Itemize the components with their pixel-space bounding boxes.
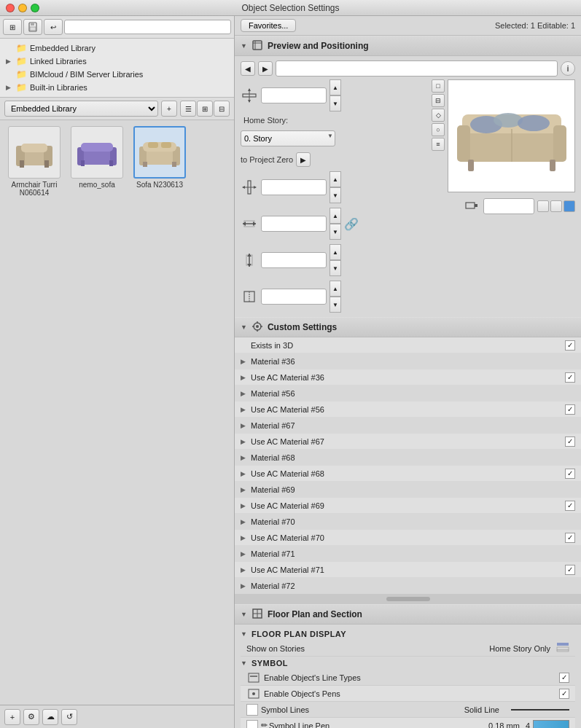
x-step-up[interactable]: ▲ — [330, 79, 341, 95]
mirror-y-check[interactable] — [550, 200, 562, 212]
titlebar-buttons — [6, 4, 39, 12]
x-step-down[interactable]: ▼ — [330, 95, 341, 111]
cloud-button[interactable]: ☁ — [42, 709, 58, 725]
pen-color-swatch[interactable] — [533, 720, 569, 729]
tree-item-builtin[interactable]: ▶ 📁 Built-in Libraries — [0, 81, 234, 94]
height-step-up[interactable]: ▲ — [330, 281, 341, 297]
width-step-down[interactable]: ▼ — [330, 224, 341, 240]
floor-plan-section-title: Floor Plan and Section — [268, 609, 362, 619]
expand-icon-mat68[interactable]: ▶ — [241, 454, 251, 461]
settings-name-acmat56: Use AC Material #56 — [251, 405, 565, 414]
symbol-line-pen-checkbox[interactable] — [246, 720, 258, 729]
enable-pens-check[interactable]: ✓ — [559, 689, 569, 699]
settings-check-acmat70[interactable]: ✓ — [565, 533, 575, 543]
expand-icon-mat56[interactable]: ▶ — [241, 390, 251, 397]
expand-icon-acmat68[interactable]: ▶ — [241, 470, 251, 477]
expand-icon-acmat67[interactable]: ▶ — [241, 438, 251, 445]
z-step-down[interactable]: ▼ — [330, 187, 341, 203]
symbol-lines-checkbox[interactable] — [246, 704, 258, 716]
view-btn-back[interactable]: ≡ — [432, 138, 445, 151]
expand-icon-mat72[interactable]: ▶ — [241, 582, 251, 590]
symbol-line-pen-row: ✏ Symbol Line Pen 0.18 mm 4 — [241, 718, 575, 728]
floor-plan-display-header[interactable]: ▼ FLOOR PLAN DISPLAY — [241, 627, 575, 641]
list-view-button[interactable]: ☰ — [180, 101, 196, 117]
z-input[interactable]: -23 — [261, 179, 327, 195]
view-btn-side[interactable]: ○ — [432, 123, 445, 136]
height-step-down[interactable]: ▼ — [330, 297, 341, 313]
large-grid-button[interactable]: ⊟ — [214, 101, 230, 117]
info-button[interactable]: i — [561, 61, 575, 76]
grid-view-button[interactable]: ⊞ — [197, 101, 213, 117]
x-input[interactable]: -23 — [261, 87, 327, 103]
width-step-up[interactable]: ▲ — [330, 208, 341, 224]
library-dropdown[interactable]: Embedded Library — [4, 101, 158, 117]
height-icon — [241, 288, 258, 305]
settings-check[interactable]: ✓ — [565, 340, 575, 351]
height-input[interactable]: 900 — [261, 289, 327, 305]
minimize-button[interactable] — [18, 4, 27, 12]
view-btn-3d[interactable]: ◇ — [432, 109, 445, 122]
expand-icon-mat36[interactable]: ▶ — [241, 358, 251, 365]
expand-icon-acmat69[interactable]: ▶ — [241, 502, 251, 509]
settings-button[interactable]: ⚙ — [23, 709, 39, 725]
mirror-z-check[interactable] — [564, 200, 575, 212]
expand-icon-acmat71[interactable]: ▶ — [241, 566, 251, 574]
maximize-button[interactable] — [31, 4, 39, 12]
right-topbar: Favorites... Selected: 1 Editable: 1 — [235, 16, 581, 36]
expand-icon-mat70[interactable]: ▶ — [241, 518, 251, 525]
settings-check-acmat36[interactable]: ✓ — [565, 372, 575, 383]
enable-line-types-check[interactable]: ✓ — [559, 673, 569, 683]
expand-icon-mat69[interactable]: ▶ — [241, 486, 251, 493]
refresh-button[interactable]: ↺ — [61, 709, 77, 725]
expand-icon-acmat56[interactable]: ▶ — [241, 406, 251, 413]
settings-check-acmat56[interactable]: ✓ — [565, 404, 575, 415]
depth-step-up[interactable]: ▲ — [330, 244, 341, 260]
home-story-label: Home Story: — [243, 116, 288, 125]
view-btn-top[interactable]: □ — [432, 79, 445, 93]
rotation-row: 272.09° — [464, 195, 575, 217]
add-library-button[interactable]: + — [161, 101, 177, 117]
expand-icon-mat71[interactable]: ▶ — [241, 550, 251, 557]
scroll-bar[interactable] — [386, 597, 430, 601]
expand-icon-acmat70[interactable]: ▶ — [241, 534, 251, 541]
settings-check-acmat69[interactable]: ✓ — [565, 501, 575, 511]
search-input[interactable] — [64, 20, 231, 34]
stories-settings-icon[interactable] — [556, 642, 569, 654]
z-step-up[interactable]: ▲ — [330, 171, 341, 187]
symbol-header[interactable]: ▼ SYMBOL — [241, 657, 575, 670]
close-button[interactable] — [6, 4, 15, 12]
favorites-button[interactable]: Favorites... — [241, 19, 296, 32]
custom-settings-section-header[interactable]: ▼ Custom Settings — [235, 317, 581, 337]
floor-plan-section-header[interactable]: ▼ Floor Plan and Section — [235, 604, 581, 625]
depth-input[interactable]: 754 — [261, 252, 327, 268]
settings-check-acmat67[interactable]: ✓ — [565, 437, 575, 447]
home-story-select[interactable]: 0. Story — [241, 130, 335, 146]
settings-check-acmat71[interactable]: ✓ — [565, 565, 575, 575]
tree-arrow-builtin: ▶ — [6, 84, 13, 91]
settings-name: Exists in 3D — [251, 341, 565, 350]
tree-item-embedded[interactable]: 📁 Embedded Library — [0, 42, 234, 55]
next-button[interactable]: ▶ — [258, 61, 273, 76]
grid-button[interactable]: ⊞ — [3, 19, 22, 35]
width-input[interactable]: 2047 — [261, 216, 327, 232]
view-btn-front[interactable]: ⊟ — [432, 94, 445, 107]
add-button[interactable]: + — [4, 709, 20, 725]
settings-check-acmat68[interactable]: ✓ — [565, 469, 575, 479]
object-sofa-n230613[interactable]: Sofa N230613 — [131, 126, 188, 197]
depth-step-down[interactable]: ▼ — [330, 260, 341, 276]
tree-item-bimcloud[interactable]: 📁 BIMcloud / BIM Server Libraries — [0, 68, 234, 81]
prev-button[interactable]: ◀ — [241, 61, 255, 76]
lock-icon[interactable]: 🔗 — [344, 217, 359, 231]
preview-section-header[interactable]: ▼ Preview and Positioning — [235, 36, 581, 56]
expand-icon-mat67[interactable]: ▶ — [241, 422, 251, 429]
back-button[interactable]: ↩ — [44, 19, 63, 35]
expand-icon-acmat36[interactable]: ▶ — [241, 374, 251, 381]
rotation-input[interactable]: 272.09° — [483, 198, 534, 214]
tree-item-linked[interactable]: ▶ 📁 Linked Libraries — [0, 55, 234, 68]
object-name-field[interactable]: Sofa N230613 — [276, 60, 558, 77]
mirror-x-check[interactable] — [537, 200, 549, 212]
object-nemo-sofa[interactable]: nemo_sofa — [69, 126, 125, 197]
to-project-arrow-button[interactable]: ▶ — [296, 152, 311, 167]
save-button[interactable] — [23, 19, 42, 35]
object-armchair[interactable]: Armchair Turri N060614 — [6, 126, 63, 197]
